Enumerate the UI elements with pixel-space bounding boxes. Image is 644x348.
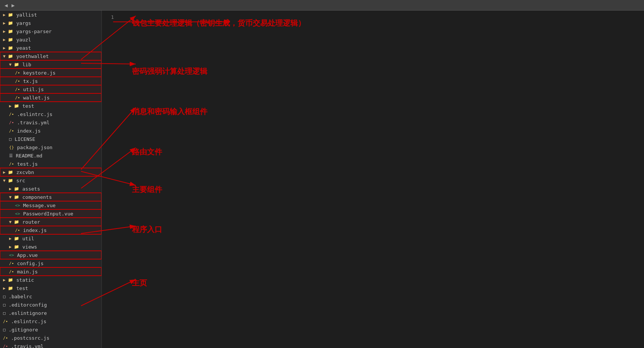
file-icon-package.json: {} [9, 145, 14, 150]
nav-fwd-icon[interactable]: ▶ [10, 2, 16, 9]
file-label-yargs-parser: yargs-parser [16, 29, 52, 34]
file-icon-travis-root: /• [3, 344, 8, 348]
tree-item-router-index.js[interactable]: /• index.js [0, 226, 101, 234]
tree-item-README.md[interactable]: ☰ README.md [0, 151, 101, 160]
tree-item-Message.vue[interactable]: <> Message.vue [0, 201, 101, 209]
tree-item-keystore.js[interactable]: /• keystore.js [0, 69, 101, 77]
file-icon-main.js: /• [9, 269, 14, 274]
tree-item-gitignore[interactable]: □ .gitignore [0, 325, 101, 334]
file-label-App.vue: App.vue [17, 252, 38, 258]
annotation-a3: 消息和密码输入框组件 [132, 107, 207, 117]
annotation-a4: 路由文件 [132, 147, 162, 157]
sidebar[interactable]: ▶ 📁 yallist ▶ 📁 yargs ▶ 📁 yargs-parser ▶… [0, 11, 102, 348]
tree-item-zxcvbn[interactable]: ▶ 📁 zxcvbn [0, 168, 101, 176]
tree-item-babelrc[interactable]: □ .babelrc [0, 292, 101, 301]
tree-item-LICENSE[interactable]: □ LICENSE [0, 135, 101, 143]
tree-item-yoethwallet[interactable]: ▼ 📁 yoethwallet [0, 52, 101, 60]
file-label-router-index.js: index.js [23, 227, 47, 233]
file-label-yallist: yallist [16, 12, 37, 18]
file-label-LICENSE: LICENSE [15, 136, 35, 142]
tree-item-config.js[interactable]: /• config.js [0, 259, 101, 267]
file-label-yoethwallet: yoethwallet [16, 53, 49, 59]
file-icon-PasswordInput.vue: <> [15, 211, 20, 216]
tree-item-src[interactable]: ▼ 📁 src [0, 176, 101, 185]
file-icon-index.js: /• [9, 128, 14, 133]
file-icon-test-root: ▶ 📁 [3, 286, 13, 291]
file-label-README.md: README.md [16, 153, 42, 159]
tree-item-index.js[interactable]: /• index.js [0, 127, 101, 135]
tree-item-components[interactable]: ▼ 📁 components [0, 193, 101, 201]
tree-item-yeast[interactable]: ▶ 📁 yeast [0, 44, 101, 52]
file-icon-editorconfig: □ [3, 302, 6, 307]
tree-item-router[interactable]: ▼ 📁 router [0, 218, 101, 226]
file-icon-babelrc: □ [3, 294, 6, 299]
tree-item-eslintrc.js[interactable]: /• .eslintrc.js [0, 110, 101, 118]
tree-item-static[interactable]: ▶ 📁 static [0, 276, 101, 284]
file-icon-static: ▶ 📁 [3, 278, 13, 282]
file-label-package.json: package.json [17, 145, 52, 150]
tree-item-lib[interactable]: ▼ 📁 lib [0, 60, 101, 69]
tree-item-test.js[interactable]: /• test.js [0, 160, 101, 168]
tree-item-wallet.js[interactable]: /• wallet.js [0, 93, 101, 102]
nav-back-icon[interactable]: ◀ [3, 2, 9, 9]
tree-item-editorconfig[interactable]: □ .editorconfig [0, 301, 101, 309]
tree-item-main.js[interactable]: /• main.js [0, 267, 101, 276]
file-label-gitignore: .gitignore [9, 327, 38, 333]
tree-item-tx.js[interactable]: /• tx.js [0, 77, 101, 85]
file-label-main.js: main.js [17, 269, 38, 275]
annotation-layer: 钱包主要处理逻辑（密钥生成，货币交易处理逻辑） 密码强弱计算处理逻辑 消息和密码… [102, 11, 644, 348]
tree-item-travis.yml[interactable]: /• .travis.yml [0, 118, 101, 127]
file-icon-postcssrc: /• [3, 336, 8, 340]
tree-item-views[interactable]: ▶ 📁 views [0, 243, 101, 251]
tree-item-util[interactable]: ▶ 📁 util [0, 234, 101, 243]
file-icon-assets: ▶ 📁 [9, 186, 19, 191]
annotation-a7: 主页 [132, 278, 147, 288]
file-icon-src: ▼ 📁 [3, 178, 13, 183]
file-label-eslintrc.js: .eslintrc.js [17, 111, 52, 117]
file-label-yauzl: yauzl [16, 37, 31, 43]
tree-item-eslintignore[interactable]: □ .eslintignore [0, 309, 101, 317]
file-icon-yoethwallet: ▼ 📁 [3, 54, 13, 59]
file-icon-zxcvbn: ▶ 📁 [3, 170, 13, 175]
file-icon-lib: ▼ 📁 [9, 62, 19, 67]
tree-item-yauzl[interactable]: ▶ 📁 yauzl [0, 35, 101, 44]
tree-item-yallist[interactable]: ▶ 📁 yallist [0, 11, 101, 19]
file-label-config.js: config.js [17, 261, 43, 266]
tree-item-yargs-parser[interactable]: ▶ 📁 yargs-parser [0, 27, 101, 35]
tree-item-eslintrc-root[interactable]: /• .eslintrc.js [0, 317, 101, 325]
nav-arrows[interactable]: ◀ ▶ [3, 2, 16, 9]
file-label-postcssrc: .postcssrc.js [11, 335, 49, 341]
file-label-travis.yml: .travis.yml [17, 120, 49, 125]
file-label-util: util [22, 236, 34, 241]
tree-item-postcssrc[interactable]: /• .postcssrc.js [0, 334, 101, 342]
file-label-Message.vue: Message.vue [23, 203, 55, 208]
file-icon-yargs: ▶ 📁 [3, 21, 13, 26]
file-label-tx.js: tx.js [23, 78, 38, 84]
tree-item-assets[interactable]: ▶ 📁 assets [0, 185, 101, 193]
tree-item-package.json[interactable]: {} package.json [0, 143, 101, 151]
file-label-babelrc: .babelrc [9, 294, 32, 299]
file-icon-util.js: /• [15, 87, 20, 92]
file-label-views: views [22, 244, 37, 250]
annotation-a2: 密码强弱计算处理逻辑 [132, 66, 207, 76]
file-label-eslintignore: .eslintignore [9, 310, 47, 316]
file-label-travis-root: .travis.yml [11, 343, 43, 348]
file-icon-README.md: ☰ [9, 153, 13, 158]
tree-item-travis-root[interactable]: /• .travis.yml [0, 342, 101, 348]
file-label-yargs: yargs [16, 20, 31, 26]
file-icon-yargs-parser: ▶ 📁 [3, 29, 13, 34]
file-icon-eslintrc-root: /• [3, 319, 8, 324]
line-numbers: 1 [102, 11, 117, 21]
annotation-a6: 程序入口 [132, 224, 162, 235]
file-icon-tx.js: /• [15, 79, 20, 84]
file-icon-gitignore: □ [3, 327, 6, 332]
tree-item-test-root[interactable]: ▶ 📁 test [0, 284, 101, 292]
file-label-util.js: util.js [23, 87, 44, 92]
file-icon-eslintrc.js: /• [9, 112, 14, 117]
tree-item-util.js[interactable]: /• util.js [0, 85, 101, 93]
tree-item-App.vue[interactable]: <> App.vue [0, 251, 101, 259]
tree-item-test[interactable]: ▶ 📁 test [0, 102, 101, 110]
tree-item-PasswordInput.vue[interactable]: <> PasswordInput.vue [0, 209, 101, 218]
file-label-lib: lib [22, 62, 31, 67]
tree-item-yargs[interactable]: ▶ 📁 yargs [0, 19, 101, 27]
